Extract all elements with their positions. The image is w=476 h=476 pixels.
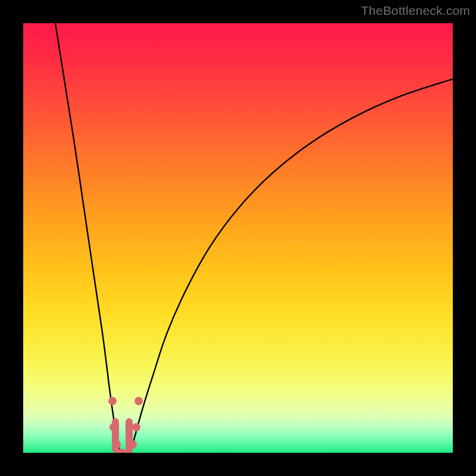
highlight-dot <box>132 423 140 431</box>
highlight-dot <box>134 397 143 405</box>
watermark-text: TheBottleneck.com <box>361 4 470 18</box>
highlight-markers <box>23 23 453 453</box>
highlight-dot <box>109 423 118 431</box>
highlight-dot <box>129 440 137 449</box>
highlight-dot <box>112 440 121 449</box>
plot-frame <box>23 23 453 453</box>
highlight-dot <box>108 397 117 405</box>
highlight-dot <box>124 449 132 453</box>
